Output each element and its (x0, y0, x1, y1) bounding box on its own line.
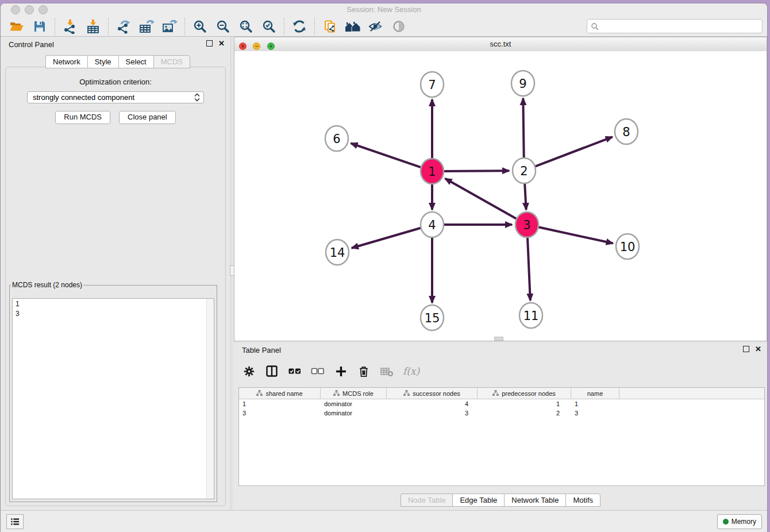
graph-node-label: 3 (523, 218, 530, 232)
save-icon[interactable] (31, 18, 48, 35)
table-row[interactable]: 3 dominator 3 2 3 (239, 408, 764, 418)
node-table: shared name MCDS role successor nodes pr… (238, 387, 765, 486)
main-toolbar (1, 16, 767, 37)
splitter-grip[interactable] (494, 337, 503, 341)
toolbar-separator (55, 18, 55, 35)
graph-edge-1-6[interactable] (351, 143, 422, 168)
mcds-result-text[interactable]: 1 3 (12, 298, 214, 499)
search-icon (591, 22, 599, 30)
optimization-criterion-value: strongly connected component (33, 93, 134, 102)
export-image-icon[interactable] (161, 18, 178, 35)
gear-icon[interactable] (242, 364, 256, 378)
function-icon: f(x) (403, 365, 419, 377)
graph-node-label: 1 (428, 165, 436, 179)
table-row[interactable]: 1 dominator 4 1 1 (239, 399, 764, 408)
tab-mcds[interactable]: MCDS (153, 55, 190, 68)
graph-node-label: 4 (428, 218, 436, 232)
add-icon[interactable] (334, 364, 348, 378)
float-panel-icon[interactable] (206, 40, 213, 47)
graph-node-label: 9 (519, 77, 526, 91)
window-title: Session: New Session (1, 5, 767, 14)
memory-label: Memory (732, 518, 756, 526)
tab-node-table[interactable]: Node Table (401, 494, 453, 507)
table-panel: Table Panel ✕ f(x) shared name MC (234, 342, 767, 511)
tab-select[interactable]: Select (118, 55, 153, 68)
select-all-icon[interactable] (288, 364, 302, 378)
graph-edge-4-14[interactable] (352, 228, 422, 248)
control-panel: Control Panel ✕ Network Style Select MCD… (1, 37, 230, 511)
table-panel-title: Table Panel (242, 346, 281, 354)
toolbar-separator (284, 18, 284, 35)
network-canvas[interactable]: 7968124314101511 (234, 51, 767, 341)
float-panel-icon[interactable] (743, 346, 749, 352)
hide-icon[interactable] (367, 18, 384, 35)
graph-edge-3-10[interactable] (537, 227, 613, 244)
close-panel-button[interactable]: Close panel (119, 111, 176, 124)
open-folder-icon[interactable] (8, 18, 25, 35)
tab-edge-table[interactable]: Edge Table (452, 494, 504, 507)
column-header[interactable]: MCDS role (321, 388, 387, 399)
export-table-icon[interactable] (138, 18, 155, 35)
memory-status-icon (723, 519, 729, 525)
table-tabs: Node Table Edge Table Network Table Moti… (234, 494, 767, 507)
graph-edge-3-11[interactable] (528, 235, 530, 300)
graph-node-label: 6 (333, 132, 340, 146)
run-mcds-button[interactable]: Run MCDS (55, 111, 110, 124)
mcds-result-title: MCDS result (2 nodes) (11, 281, 83, 289)
tab-network-table[interactable]: Network Table (504, 494, 565, 507)
network-graph[interactable]: 7968124314101511 (234, 51, 767, 341)
zoom-fit-icon[interactable] (237, 18, 255, 35)
workspace: Control Panel ✕ Network Style Select MCD… (1, 37, 767, 511)
refresh-icon[interactable] (291, 18, 308, 35)
column-header[interactable]: successor nodes (387, 388, 478, 399)
column-header[interactable]: name (571, 388, 619, 399)
graph-edge-2-9[interactable] (523, 98, 523, 160)
search-input[interactable] (599, 22, 759, 31)
toolbar-separator (108, 18, 109, 35)
optimization-criterion-label: Optimization criterion: (6, 78, 225, 86)
import-table-icon[interactable] (84, 18, 102, 35)
graph-edge-2-8[interactable] (534, 137, 613, 167)
table-header-row: shared name MCDS role successor nodes pr… (239, 388, 764, 399)
optimization-criterion-select[interactable]: strongly connected component (27, 91, 204, 103)
scrollbar[interactable] (206, 299, 214, 499)
tab-motifs[interactable]: Motifs (565, 494, 600, 507)
control-panel-title: Control Panel (9, 40, 54, 49)
tab-network[interactable]: Network (45, 55, 87, 68)
close-panel-icon[interactable]: ✕ (755, 346, 761, 352)
mcds-result-group: MCDS result (2 nodes) 1 3 (9, 281, 217, 502)
mcds-result-line: 1 (16, 299, 214, 309)
clone-network-icon[interactable] (321, 18, 338, 35)
column-header[interactable]: predecessor nodes (478, 388, 571, 399)
graph-edge-1-2[interactable] (442, 171, 509, 171)
tab-style[interactable]: Style (87, 55, 118, 68)
graph-edge-2-3[interactable] (525, 181, 526, 210)
title-bar: Session: New Session (1, 3, 767, 17)
control-panel-tabs: Network Style Select MCDS (45, 55, 190, 68)
home-icon[interactable] (344, 18, 361, 35)
task-history-button[interactable] (6, 514, 24, 529)
export-network-icon[interactable] (115, 18, 132, 35)
zoom-out-icon[interactable] (214, 18, 232, 35)
graph-node-label: 11 (523, 309, 539, 323)
close-panel-icon[interactable]: ✕ (218, 40, 225, 47)
zoom-selected-icon[interactable] (260, 18, 278, 35)
zoom-in-icon[interactable] (191, 18, 209, 35)
graph-node-label: 7 (428, 78, 436, 92)
network-window-titlebar[interactable]: × − + scc.txt (234, 37, 767, 52)
import-network-icon[interactable] (61, 18, 79, 35)
table-toolbar: f(x) (242, 361, 419, 381)
graph-edge-3-1[interactable] (445, 179, 518, 219)
delete-icon[interactable] (357, 364, 371, 378)
column-icon[interactable] (265, 364, 279, 378)
column-header[interactable]: shared name (239, 388, 321, 399)
mcds-result-line: 3 (16, 309, 214, 319)
graph-node-label: 15 (425, 311, 440, 325)
application-window: Session: New Session Control (0, 3, 768, 532)
network-view-window: × − + scc.txt 7968124314101511 (234, 37, 767, 341)
memory-button[interactable]: Memory (717, 514, 762, 529)
deselect-all-icon[interactable] (311, 364, 325, 378)
search-box[interactable] (587, 19, 763, 33)
toolbar-separator (314, 18, 315, 35)
network-window-title: scc.txt (234, 40, 767, 48)
